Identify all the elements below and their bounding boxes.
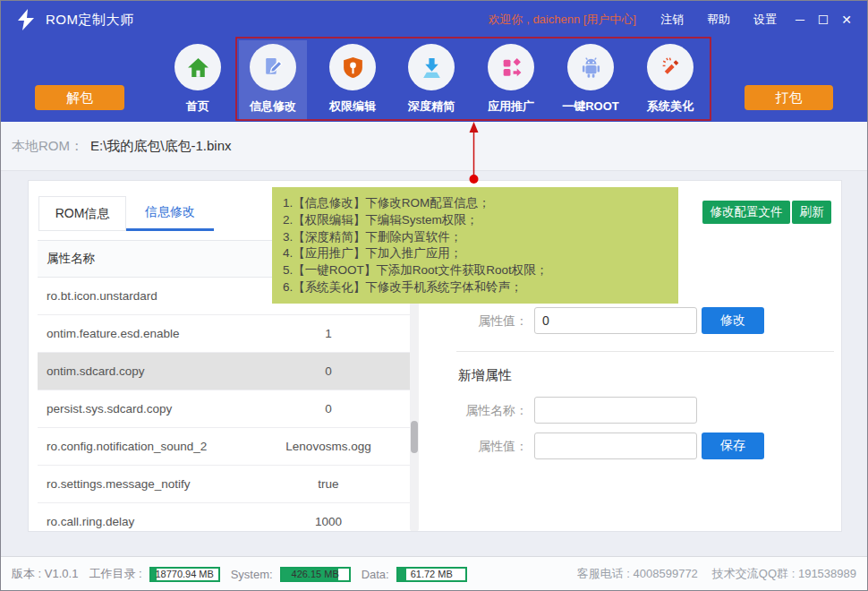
toolbar-item-label: 深度精简 (408, 98, 455, 115)
add-name-input[interactable] (534, 397, 697, 424)
add-value-input[interactable] (534, 433, 697, 459)
table-row[interactable]: ro.call.ring.delay 1000 (38, 503, 410, 532)
app-window: ROM定制大师 欢迎你 , daichenn [用户中心] 注销 帮助 设置 ─… (0, 0, 868, 591)
tooltip-line: 2.【权限编辑】下编辑System权限； (283, 212, 678, 229)
tooltip-line: 4.【应用推广】下加入推广应用； (283, 245, 678, 262)
android-icon (579, 56, 603, 80)
toolbar-item-label: 一键ROOT (562, 98, 619, 115)
form-divider (456, 351, 834, 352)
toolbar-item-home[interactable]: 首页 (164, 40, 232, 120)
toolbar-item-beautify[interactable]: 系统美化 (636, 40, 704, 120)
titlebar: ROM定制大师 欢迎你 , daichenn [用户中心] 注销 帮助 设置 ─… (1, 1, 867, 39)
toolbar-item-label: 系统美化 (647, 98, 694, 115)
unpack-button[interactable]: 解包 (35, 85, 124, 110)
app-promo-icon (499, 56, 523, 80)
minimize-button[interactable]: ─ (788, 13, 812, 27)
shield-key-icon (341, 56, 365, 80)
toolbar-item-label: 应用推广 (488, 98, 534, 115)
toolbar-item-label: 权限编辑 (329, 98, 376, 115)
edit-config-file-button[interactable]: 修改配置文件 (702, 201, 790, 224)
close-button[interactable]: ✕ (835, 13, 858, 27)
app-title: ROM定制大师 (46, 12, 134, 29)
help-link[interactable]: 帮助 (707, 12, 730, 28)
maximize-button[interactable]: ☐ (812, 13, 835, 27)
modify-button[interactable]: 修改 (702, 307, 764, 334)
table-row[interactable]: ontim.feature.esd.enable 1 (38, 315, 410, 353)
rom-path-value: E:\我的底包\底包-1.binx (90, 138, 232, 155)
service-phone-text: 客服电话 : 4008599772 (577, 566, 698, 582)
table-row[interactable]: ro.settings.message_notify true (38, 466, 410, 503)
toolbar-item-info-edit[interactable]: 信息修改 (239, 40, 307, 120)
data-meter: 61.72 MB (396, 567, 467, 582)
toolbar-item-label: 信息修改 (250, 98, 296, 115)
system-label: System: (231, 568, 273, 581)
home-icon (186, 56, 210, 80)
tab-rom-info[interactable]: ROM信息 (38, 196, 126, 231)
qq-group-text: 技术交流QQ群 : 191538989 (712, 566, 856, 582)
tab-info-edit[interactable]: 信息修改 (126, 196, 214, 231)
workdir-value: 18770.94 MB (151, 569, 218, 580)
add-property-title: 新增属性 (458, 367, 512, 384)
toolbar-item-app-promo[interactable]: 应用推广 (477, 40, 545, 120)
version-text: 版本 : V1.0.1 (12, 566, 78, 582)
toolbar: 解包 首页 信息修改 权限编辑 深度精简 (1, 39, 867, 122)
rom-path-label: 本地ROM： (12, 138, 83, 155)
add-value-label: 属性值： (447, 439, 528, 455)
toolbar-item-permissions[interactable]: 权限编辑 (319, 40, 387, 120)
table-row[interactable]: ro.config.notification_sound_2 Lenovosms… (38, 428, 410, 466)
edit-value-input[interactable] (534, 307, 697, 334)
welcome-user-link[interactable]: 欢迎你 , daichenn [用户中心] (489, 12, 636, 28)
toolbar-item-deep-trim[interactable]: 深度精简 (397, 40, 465, 120)
magic-wand-icon (659, 56, 683, 80)
pack-button[interactable]: 打包 (745, 85, 833, 110)
settings-link[interactable]: 设置 (753, 12, 777, 28)
deep-trim-icon (420, 56, 444, 80)
tooltip-line: 3.【深度精简】下删除内置软件； (283, 229, 678, 246)
statusbar: 版本 : V1.0.1 工作目录 : 18770.94 MB System: 4… (1, 556, 867, 591)
table-row[interactable]: persist.sys.sdcard.copy 0 (38, 390, 410, 428)
edit-value-label: 属性值： (447, 313, 528, 330)
workdir-label: 工作目录 : (89, 566, 141, 582)
tooltip-line: 5.【一键ROOT】下添加Root文件获取Root权限； (283, 262, 678, 279)
toolbar-help-tooltip: 1.【信息修改】下修改ROM配置信息； 2.【权限编辑】下编辑System权限；… (272, 187, 678, 304)
add-name-label: 属性名称： (447, 403, 528, 419)
toolbar-item-one-key-root[interactable]: 一键ROOT (557, 40, 625, 120)
save-button[interactable]: 保存 (702, 433, 764, 459)
workdir-meter: 18770.94 MB (149, 567, 220, 582)
table-scrollbar (410, 278, 419, 532)
data-label: Data: (362, 568, 389, 581)
info-edit-icon (261, 56, 285, 80)
tooltip-line: 1.【信息修改】下修改ROM配置信息； (283, 195, 678, 212)
data-value: 61.72 MB (398, 569, 465, 580)
rom-path-bar: 本地ROM： E:\我的底包\底包-1.binx (1, 122, 867, 171)
tooltip-line: 6.【系统美化】下修改手机系统字体和铃声； (283, 279, 678, 296)
logout-link[interactable]: 注销 (660, 12, 684, 28)
toolbar-item-label: 首页 (186, 98, 209, 115)
system-meter: 426.15 MB (280, 567, 351, 582)
system-value: 426.15 MB (282, 569, 349, 580)
table-row-selected[interactable]: ontim.sdcard.copy 0 (38, 353, 410, 390)
app-logo-icon (15, 8, 38, 31)
refresh-button[interactable]: 刷新 (792, 201, 831, 224)
table-scrollbar-thumb[interactable] (411, 421, 418, 453)
